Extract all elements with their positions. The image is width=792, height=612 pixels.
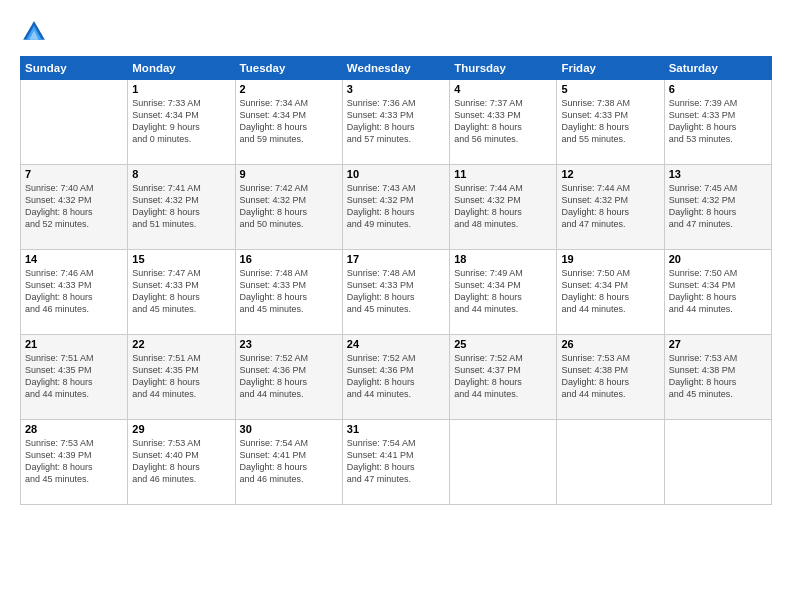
cell-content: Sunrise: 7:40 AM Sunset: 4:32 PM Dayligh…	[25, 182, 123, 231]
cell-content: Sunrise: 7:34 AM Sunset: 4:34 PM Dayligh…	[240, 97, 338, 146]
calendar-cell: 6Sunrise: 7:39 AM Sunset: 4:33 PM Daylig…	[664, 80, 771, 165]
cell-content: Sunrise: 7:53 AM Sunset: 4:38 PM Dayligh…	[669, 352, 767, 401]
day-number: 30	[240, 423, 338, 435]
day-number: 13	[669, 168, 767, 180]
cell-content: Sunrise: 7:53 AM Sunset: 4:38 PM Dayligh…	[561, 352, 659, 401]
calendar-cell: 23Sunrise: 7:52 AM Sunset: 4:36 PM Dayli…	[235, 335, 342, 420]
header-row: SundayMondayTuesdayWednesdayThursdayFrid…	[21, 57, 772, 80]
calendar-cell: 2Sunrise: 7:34 AM Sunset: 4:34 PM Daylig…	[235, 80, 342, 165]
day-number: 6	[669, 83, 767, 95]
cell-content: Sunrise: 7:54 AM Sunset: 4:41 PM Dayligh…	[347, 437, 445, 486]
day-number: 18	[454, 253, 552, 265]
day-number: 29	[132, 423, 230, 435]
day-header-friday: Friday	[557, 57, 664, 80]
calendar-cell	[664, 420, 771, 505]
day-number: 8	[132, 168, 230, 180]
calendar-cell: 7Sunrise: 7:40 AM Sunset: 4:32 PM Daylig…	[21, 165, 128, 250]
day-number: 27	[669, 338, 767, 350]
cell-content: Sunrise: 7:49 AM Sunset: 4:34 PM Dayligh…	[454, 267, 552, 316]
day-number: 25	[454, 338, 552, 350]
day-number: 14	[25, 253, 123, 265]
cell-content: Sunrise: 7:48 AM Sunset: 4:33 PM Dayligh…	[347, 267, 445, 316]
day-header-tuesday: Tuesday	[235, 57, 342, 80]
cell-content: Sunrise: 7:41 AM Sunset: 4:32 PM Dayligh…	[132, 182, 230, 231]
calendar-cell: 27Sunrise: 7:53 AM Sunset: 4:38 PM Dayli…	[664, 335, 771, 420]
cell-content: Sunrise: 7:51 AM Sunset: 4:35 PM Dayligh…	[25, 352, 123, 401]
week-row-3: 14Sunrise: 7:46 AM Sunset: 4:33 PM Dayli…	[21, 250, 772, 335]
week-row-2: 7Sunrise: 7:40 AM Sunset: 4:32 PM Daylig…	[21, 165, 772, 250]
calendar-cell: 9Sunrise: 7:42 AM Sunset: 4:32 PM Daylig…	[235, 165, 342, 250]
day-number: 15	[132, 253, 230, 265]
day-number: 23	[240, 338, 338, 350]
day-number: 3	[347, 83, 445, 95]
calendar-cell: 11Sunrise: 7:44 AM Sunset: 4:32 PM Dayli…	[450, 165, 557, 250]
day-number: 12	[561, 168, 659, 180]
calendar-table: SundayMondayTuesdayWednesdayThursdayFrid…	[20, 56, 772, 505]
day-header-wednesday: Wednesday	[342, 57, 449, 80]
cell-content: Sunrise: 7:44 AM Sunset: 4:32 PM Dayligh…	[454, 182, 552, 231]
cell-content: Sunrise: 7:43 AM Sunset: 4:32 PM Dayligh…	[347, 182, 445, 231]
cell-content: Sunrise: 7:54 AM Sunset: 4:41 PM Dayligh…	[240, 437, 338, 486]
cell-content: Sunrise: 7:33 AM Sunset: 4:34 PM Dayligh…	[132, 97, 230, 146]
cell-content: Sunrise: 7:48 AM Sunset: 4:33 PM Dayligh…	[240, 267, 338, 316]
day-number: 16	[240, 253, 338, 265]
calendar-cell: 13Sunrise: 7:45 AM Sunset: 4:32 PM Dayli…	[664, 165, 771, 250]
day-number: 2	[240, 83, 338, 95]
day-number: 5	[561, 83, 659, 95]
cell-content: Sunrise: 7:39 AM Sunset: 4:33 PM Dayligh…	[669, 97, 767, 146]
calendar-cell: 8Sunrise: 7:41 AM Sunset: 4:32 PM Daylig…	[128, 165, 235, 250]
cell-content: Sunrise: 7:51 AM Sunset: 4:35 PM Dayligh…	[132, 352, 230, 401]
day-number: 28	[25, 423, 123, 435]
day-number: 20	[669, 253, 767, 265]
week-row-1: 1Sunrise: 7:33 AM Sunset: 4:34 PM Daylig…	[21, 80, 772, 165]
calendar-cell: 16Sunrise: 7:48 AM Sunset: 4:33 PM Dayli…	[235, 250, 342, 335]
cell-content: Sunrise: 7:37 AM Sunset: 4:33 PM Dayligh…	[454, 97, 552, 146]
calendar-cell: 10Sunrise: 7:43 AM Sunset: 4:32 PM Dayli…	[342, 165, 449, 250]
calendar-cell: 31Sunrise: 7:54 AM Sunset: 4:41 PM Dayli…	[342, 420, 449, 505]
day-number: 24	[347, 338, 445, 350]
cell-content: Sunrise: 7:45 AM Sunset: 4:32 PM Dayligh…	[669, 182, 767, 231]
calendar-cell: 12Sunrise: 7:44 AM Sunset: 4:32 PM Dayli…	[557, 165, 664, 250]
cell-content: Sunrise: 7:46 AM Sunset: 4:33 PM Dayligh…	[25, 267, 123, 316]
cell-content: Sunrise: 7:52 AM Sunset: 4:36 PM Dayligh…	[347, 352, 445, 401]
day-number: 22	[132, 338, 230, 350]
logo-icon	[20, 18, 48, 46]
week-row-4: 21Sunrise: 7:51 AM Sunset: 4:35 PM Dayli…	[21, 335, 772, 420]
day-number: 31	[347, 423, 445, 435]
calendar-cell: 25Sunrise: 7:52 AM Sunset: 4:37 PM Dayli…	[450, 335, 557, 420]
cell-content: Sunrise: 7:42 AM Sunset: 4:32 PM Dayligh…	[240, 182, 338, 231]
logo	[20, 18, 52, 46]
day-header-monday: Monday	[128, 57, 235, 80]
day-number: 1	[132, 83, 230, 95]
cell-content: Sunrise: 7:50 AM Sunset: 4:34 PM Dayligh…	[669, 267, 767, 316]
calendar-cell: 5Sunrise: 7:38 AM Sunset: 4:33 PM Daylig…	[557, 80, 664, 165]
day-number: 9	[240, 168, 338, 180]
calendar-cell: 20Sunrise: 7:50 AM Sunset: 4:34 PM Dayli…	[664, 250, 771, 335]
header	[20, 18, 772, 46]
day-number: 17	[347, 253, 445, 265]
calendar-cell: 24Sunrise: 7:52 AM Sunset: 4:36 PM Dayli…	[342, 335, 449, 420]
calendar-cell: 3Sunrise: 7:36 AM Sunset: 4:33 PM Daylig…	[342, 80, 449, 165]
cell-content: Sunrise: 7:50 AM Sunset: 4:34 PM Dayligh…	[561, 267, 659, 316]
calendar-cell: 28Sunrise: 7:53 AM Sunset: 4:39 PM Dayli…	[21, 420, 128, 505]
day-number: 26	[561, 338, 659, 350]
calendar-cell	[21, 80, 128, 165]
day-number: 11	[454, 168, 552, 180]
calendar-cell: 21Sunrise: 7:51 AM Sunset: 4:35 PM Dayli…	[21, 335, 128, 420]
cell-content: Sunrise: 7:53 AM Sunset: 4:40 PM Dayligh…	[132, 437, 230, 486]
calendar-cell: 1Sunrise: 7:33 AM Sunset: 4:34 PM Daylig…	[128, 80, 235, 165]
day-header-thursday: Thursday	[450, 57, 557, 80]
calendar-cell: 14Sunrise: 7:46 AM Sunset: 4:33 PM Dayli…	[21, 250, 128, 335]
calendar-cell: 18Sunrise: 7:49 AM Sunset: 4:34 PM Dayli…	[450, 250, 557, 335]
week-row-5: 28Sunrise: 7:53 AM Sunset: 4:39 PM Dayli…	[21, 420, 772, 505]
day-header-sunday: Sunday	[21, 57, 128, 80]
cell-content: Sunrise: 7:53 AM Sunset: 4:39 PM Dayligh…	[25, 437, 123, 486]
calendar-cell	[557, 420, 664, 505]
cell-content: Sunrise: 7:36 AM Sunset: 4:33 PM Dayligh…	[347, 97, 445, 146]
calendar-cell: 17Sunrise: 7:48 AM Sunset: 4:33 PM Dayli…	[342, 250, 449, 335]
cell-content: Sunrise: 7:52 AM Sunset: 4:36 PM Dayligh…	[240, 352, 338, 401]
cell-content: Sunrise: 7:47 AM Sunset: 4:33 PM Dayligh…	[132, 267, 230, 316]
cell-content: Sunrise: 7:44 AM Sunset: 4:32 PM Dayligh…	[561, 182, 659, 231]
day-header-saturday: Saturday	[664, 57, 771, 80]
calendar-page: SundayMondayTuesdayWednesdayThursdayFrid…	[0, 0, 792, 612]
